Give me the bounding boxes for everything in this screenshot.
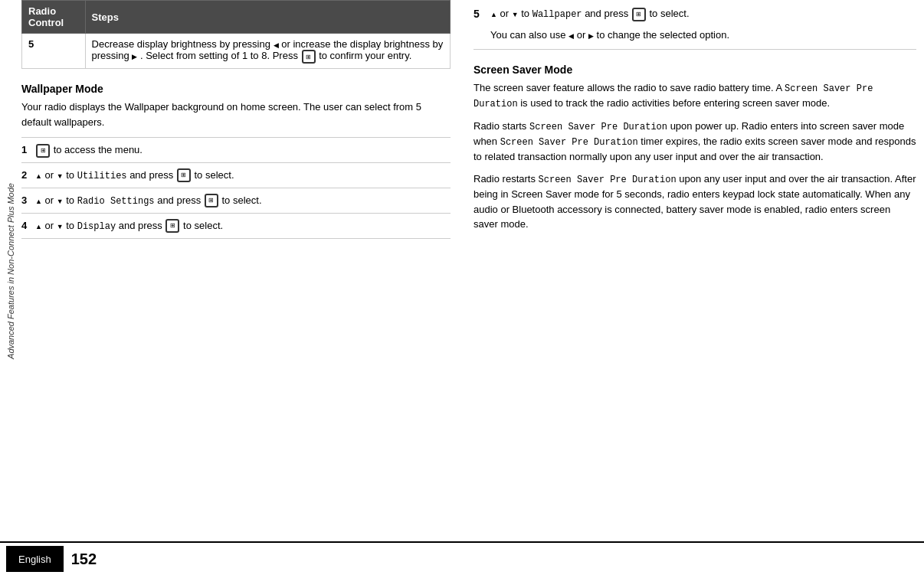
sidebar: Advanced Features in Non-Connect Plus Mo… bbox=[0, 0, 21, 541]
code-sspduration-2: Screen Saver Pre Duration bbox=[529, 122, 667, 132]
footer: English 152 bbox=[0, 541, 924, 575]
left-column: Radio Control Steps 5 Decrease display b… bbox=[21, 0, 458, 541]
step-number-3: 3 bbox=[21, 193, 35, 208]
wallpaper-heading: Wallpaper Mode bbox=[21, 83, 451, 95]
step-number-2: 2 bbox=[21, 168, 35, 183]
arrow-up-icon-5 bbox=[490, 8, 497, 19]
step-num-5: 5 bbox=[28, 38, 37, 50]
step2-monospace: Utilities bbox=[77, 171, 127, 181]
step4-monospace: Display bbox=[77, 221, 116, 232]
code-sspduration-3: Screen Saver Pre Duration bbox=[500, 137, 638, 148]
arrow-up-icon-3 bbox=[35, 194, 42, 206]
steps-container: 1 ⊞ to access the menu. 2 or to Utilitie… bbox=[21, 137, 451, 239]
arrow-down-icon-2 bbox=[57, 169, 64, 181]
step5-text-confirm: to confirm your entry. bbox=[319, 50, 411, 61]
step-row-3: 3 or to Radio Settings and press ⊞ to se… bbox=[21, 188, 451, 214]
step1-text: to access the menu. bbox=[54, 144, 143, 155]
menu-icon-confirm: ⊞ bbox=[302, 50, 316, 64]
step5-text-end: . Select from setting of 1 to 8. Press bbox=[140, 50, 298, 61]
table-header-control: Radio Control bbox=[22, 1, 86, 34]
step5-num: 5 bbox=[473, 6, 490, 43]
menu-icon-2: ⊞ bbox=[177, 168, 191, 182]
table-row: 5 Decrease display brightness by pressin… bbox=[22, 34, 451, 69]
step-row-1: 1 ⊞ to access the menu. bbox=[21, 137, 451, 163]
footer-language: English bbox=[6, 546, 64, 572]
arrow-right-icon bbox=[132, 50, 137, 61]
table-header-steps: Steps bbox=[85, 1, 450, 34]
screen-saver-para-3: Radio restarts Screen Saver Pre Duration… bbox=[473, 172, 916, 232]
step-row-4: 4 or to Display and press ⊞ to select. bbox=[21, 214, 451, 239]
arrow-right-icon-5 bbox=[588, 29, 594, 41]
step-content-3: or to Radio Settings and press ⊞ to sele… bbox=[35, 193, 451, 208]
step-number-1: 1 bbox=[21, 142, 35, 158]
arrow-down-icon-4 bbox=[57, 220, 64, 231]
step5-row: 5 or to Wallpaper and press ⊞ to select.… bbox=[473, 0, 916, 50]
step-content-4: or to Display and press ⊞ to select. bbox=[35, 218, 451, 234]
arrow-up-icon-2 bbox=[35, 169, 42, 181]
right-column: 5 or to Wallpaper and press ⊞ to select.… bbox=[458, 0, 924, 541]
arrow-down-icon-3 bbox=[57, 194, 64, 206]
step-row-2: 2 or to Utilities and press ⊞ to select. bbox=[21, 163, 451, 188]
radio-table: Radio Control Steps 5 Decrease display b… bbox=[21, 0, 451, 69]
arrow-up-icon-4 bbox=[35, 220, 42, 231]
menu-icon-1: ⊞ bbox=[36, 144, 50, 158]
arrow-left-icon bbox=[274, 38, 279, 50]
screen-saver-heading: Screen Saver Mode bbox=[473, 64, 916, 76]
step5-text-before: Decrease display brightness by pressing bbox=[92, 38, 270, 50]
step-content-1: ⊞ to access the menu. bbox=[35, 142, 451, 158]
step5-monospace: Wallpaper bbox=[532, 9, 582, 20]
step3-monospace: Radio Settings bbox=[77, 196, 155, 207]
table-cell-step-num: 5 bbox=[22, 34, 86, 69]
step5-line2: You can also use or to change the select… bbox=[490, 28, 916, 43]
sidebar-label: Advanced Features in Non-Connect Plus Mo… bbox=[6, 183, 15, 359]
arrow-down-icon-5 bbox=[512, 8, 519, 19]
menu-icon-4: ⊞ bbox=[165, 219, 179, 233]
menu-icon-5: ⊞ bbox=[632, 8, 646, 21]
step5-content: or to Wallpaper and press ⊞ to select. Y… bbox=[490, 6, 916, 43]
page-number: 152 bbox=[71, 550, 110, 568]
code-sspduration-4: Screen Saver Pre Duration bbox=[539, 175, 677, 185]
step-number-4: 4 bbox=[21, 218, 35, 234]
arrow-left-icon-5 bbox=[568, 29, 574, 41]
screen-saver-para-1: The screen saver feature allows the radi… bbox=[473, 80, 916, 111]
screen-saver-para-2: Radio starts Screen Saver Pre Duration u… bbox=[473, 119, 916, 165]
menu-icon-3: ⊞ bbox=[205, 194, 218, 207]
table-cell-step-content: Decrease display brightness by pressing … bbox=[85, 34, 450, 69]
step5-line1: or to Wallpaper and press ⊞ to select. bbox=[490, 6, 916, 21]
step-content-2: or to Utilities and press ⊞ to select. bbox=[35, 168, 451, 183]
code-sspduration-1: Screen Saver Pre Duration bbox=[473, 83, 873, 109]
wallpaper-body: Your radio displays the Wallpaper backgr… bbox=[21, 100, 451, 129]
